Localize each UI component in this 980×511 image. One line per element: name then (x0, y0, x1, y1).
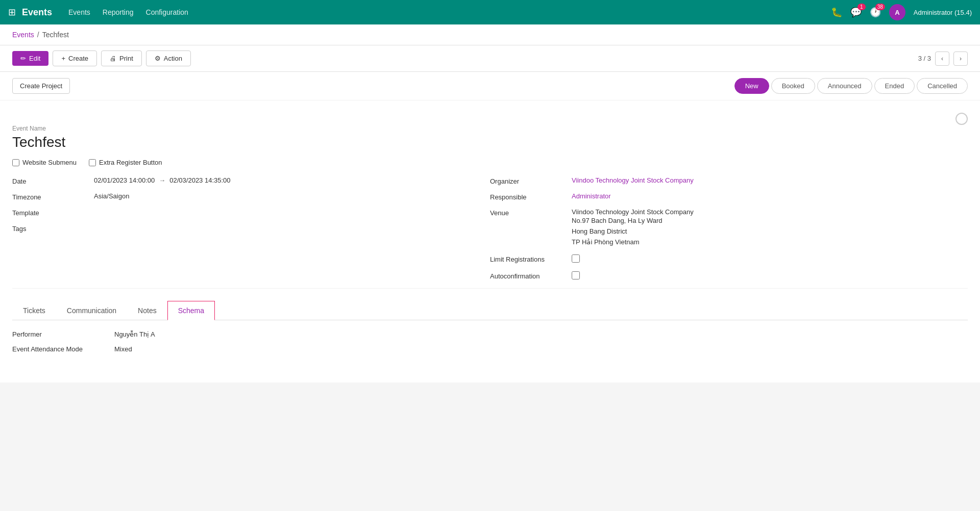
tags-label: Tags (12, 224, 94, 233)
stage-buttons: New Booked Announced Ended Cancelled (734, 78, 968, 94)
stage-cancelled-button[interactable]: Cancelled (917, 78, 968, 94)
website-submenu-field: Website Submenu (12, 159, 77, 166)
clock-icon[interactable]: 🕐 38 (870, 7, 881, 18)
limit-registrations-checkbox[interactable] (572, 254, 580, 263)
print-button[interactable]: 🖨 Print (101, 50, 142, 66)
responsible-row: Responsible Administrator (490, 192, 947, 201)
venue-address-line2: Hong Bang District (572, 226, 947, 237)
tab-tickets[interactable]: Tickets (12, 301, 56, 320)
app-title: Events (22, 7, 52, 18)
clock-badge: 38 (875, 4, 885, 10)
checkbox-row: Website Submenu Extra Register Button (12, 159, 968, 166)
date-row: Date 02/01/2023 14:00:00 → 02/03/2023 14… (12, 176, 470, 185)
timezone-row: Timezone Asia/Saigon (12, 192, 470, 201)
status-bar: Create Project New Booked Announced Ende… (0, 72, 980, 100)
avatar[interactable]: A (889, 4, 905, 20)
admin-label[interactable]: Administrator (15.4) (914, 9, 972, 16)
action-button[interactable]: ⚙ Action (146, 50, 191, 66)
form-left: Date 02/01/2023 14:00:00 → 02/03/2023 14… (12, 176, 490, 288)
edit-label: Edit (29, 55, 40, 62)
performer-value: Nguyễn Thị A (114, 330, 155, 338)
template-label: Template (12, 208, 94, 217)
action-label: Action (164, 55, 182, 62)
breadcrumb-current: Techfest (42, 31, 69, 39)
event-attendance-mode-label: Event Attendance Mode (12, 345, 114, 353)
event-attendance-mode-value: Mixed (114, 345, 132, 353)
print-icon: 🖨 (110, 55, 116, 62)
autoconfirmation-checkbox[interactable] (572, 271, 580, 279)
responsible-label: Responsible (490, 192, 572, 201)
grid-icon[interactable]: ⊞ (8, 7, 16, 18)
date-arrow-icon: → (159, 176, 165, 184)
nav-reporting[interactable]: Reporting (103, 6, 134, 18)
breadcrumb: Events / Techfest (0, 24, 980, 45)
venue-value: Viindoo Technology Joint Stock Company N… (572, 208, 947, 247)
bug-icon[interactable]: 🐛 (831, 7, 842, 18)
edit-icon: ✏ (20, 55, 26, 62)
form-right: Organizer Viindoo Technology Joint Stock… (490, 176, 968, 288)
event-attendance-mode-row: Event Attendance Mode Mixed (12, 345, 968, 353)
tab-communication[interactable]: Communication (56, 301, 127, 320)
divider (12, 288, 968, 289)
nav-events[interactable]: Events (68, 6, 90, 18)
stage-announced-button[interactable]: Announced (817, 78, 872, 94)
website-submenu-label: Website Submenu (22, 159, 77, 166)
stage-ended-button[interactable]: Ended (874, 78, 915, 94)
create-project-button[interactable]: Create Project (12, 78, 70, 94)
autoconfirmation-row: Autoconfirmation (490, 271, 947, 281)
venue-address-line3: TP Hải Phòng Vietnam (572, 237, 947, 248)
date-label: Date (12, 176, 94, 185)
tabs-bar: Tickets Communication Notes Schema (12, 301, 968, 320)
date-range: 02/01/2023 14:00:00 → 02/03/2023 14:35:0… (94, 176, 470, 184)
breadcrumb-separator: / (37, 31, 39, 39)
next-record-button[interactable]: › (953, 52, 968, 66)
create-label: Create (68, 55, 88, 62)
limit-registrations-value (572, 254, 947, 264)
organizer-value[interactable]: Viindoo Technology Joint Stock Company (572, 176, 947, 184)
prev-record-button[interactable]: ‹ (935, 52, 949, 66)
print-label: Print (119, 55, 133, 62)
tab-notes[interactable]: Notes (127, 301, 167, 320)
timezone-value: Asia/Saigon (94, 192, 470, 200)
organizer-row: Organizer Viindoo Technology Joint Stock… (490, 176, 947, 185)
tab-schema[interactable]: Schema (167, 301, 215, 320)
responsible-value[interactable]: Administrator (572, 192, 947, 200)
schema-section: Performer Nguyễn Thị A Event Attendance … (12, 320, 968, 370)
tags-row: Tags (12, 224, 470, 233)
status-toggle[interactable] (955, 113, 968, 125)
date-start: 02/01/2023 14:00:00 (94, 176, 155, 184)
limit-registrations-label: Limit Registrations (490, 254, 572, 263)
nav-links: Events Reporting Configuration (68, 6, 831, 18)
performer-row: Performer Nguyễn Thị A (12, 330, 968, 338)
chat-badge: 1 (857, 4, 866, 10)
limit-registrations-row: Limit Registrations (490, 254, 947, 264)
event-title: Techfest (12, 134, 968, 150)
date-value: 02/01/2023 14:00:00 → 02/03/2023 14:35:0… (94, 176, 470, 184)
timezone-label: Timezone (12, 192, 94, 201)
organizer-label: Organizer (490, 176, 572, 185)
venue-address: No.97 Bach Dang, Ha Ly Ward Hong Bang Di… (572, 216, 947, 247)
edit-button[interactable]: ✏ Edit (12, 51, 48, 66)
extra-register-label: Extra Register Button (99, 159, 162, 166)
stage-new-button[interactable]: New (734, 78, 769, 94)
date-end: 02/03/2023 14:35:00 (169, 176, 230, 184)
venue-row: Venue Viindoo Technology Joint Stock Com… (490, 208, 947, 247)
stage-booked-button[interactable]: Booked (771, 78, 815, 94)
plus-icon: + (61, 55, 65, 62)
template-row: Template (12, 208, 470, 217)
extra-register-checkbox[interactable] (89, 159, 96, 166)
venue-address-line1: No.97 Bach Dang, Ha Ly Ward (572, 216, 947, 226)
nav-right: 🐛 💬 1 🕐 38 A Administrator (15.4) (831, 4, 972, 20)
event-name-label: Event Name (12, 125, 968, 132)
toolbar: ✏ Edit + Create 🖨 Print ⚙ Action 3 / 3 ‹… (0, 45, 980, 72)
extra-register-field: Extra Register Button (89, 159, 162, 166)
autoconfirmation-value (572, 271, 947, 281)
breadcrumb-parent[interactable]: Events (12, 31, 34, 39)
chat-icon[interactable]: 💬 1 (850, 7, 862, 18)
nav-configuration[interactable]: Configuration (146, 6, 188, 18)
create-button[interactable]: + Create (53, 50, 97, 66)
website-submenu-checkbox[interactable] (12, 159, 19, 166)
autoconfirmation-label: Autoconfirmation (490, 271, 572, 280)
venue-name[interactable]: Viindoo Technology Joint Stock Company (572, 208, 947, 216)
performer-label: Performer (12, 330, 114, 338)
